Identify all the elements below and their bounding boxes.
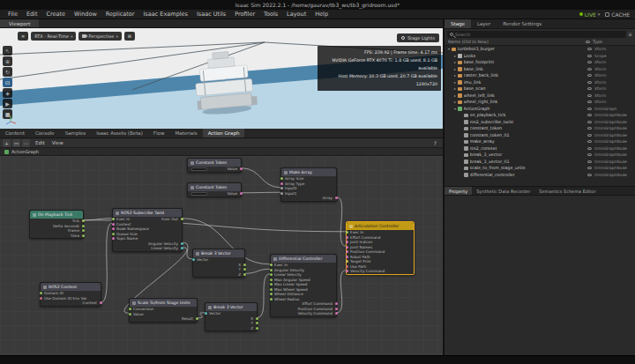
rotate-tool[interactable]: ↻ — [3, 67, 12, 77]
output-pin[interactable] — [100, 301, 102, 304]
stage-row-constant-token[interactable]: constant_tokenOmniGraphNode — [444, 125, 635, 132]
value-field[interactable] — [191, 167, 207, 171]
input-pin[interactable] — [346, 270, 348, 272]
stage-row-actiongraph[interactable]: ▾ActionGraphOmniGraph — [444, 106, 635, 113]
frame-selection-button[interactable]: ▭ — [12, 139, 20, 147]
graph-node-differential-controller[interactable]: Differential ControllerExec InAngular Ve… — [270, 254, 337, 317]
menu-item-help[interactable]: Help — [310, 10, 332, 19]
more-options-button[interactable]: ⋯ — [22, 139, 30, 147]
input-pin[interactable] — [40, 292, 42, 294]
stage-row-make-array[interactable]: make_arrayOmniGraphNode — [444, 138, 635, 145]
graph-node-break-3-vector[interactable]: Break 3 VectorVectorXYZ — [205, 302, 258, 331]
graph-node-make-array[interactable]: Make ArrayArray SizeArray TypeInput0Inpu… — [280, 167, 337, 202]
output-pin[interactable] — [196, 317, 198, 320]
select-tool[interactable]: ↖ — [3, 46, 12, 56]
stage-row-break-3-vector-01[interactable]: break_3_vector_01OmniGraphNode — [444, 159, 635, 166]
tab-render-settings[interactable]: Render Settings — [497, 19, 548, 28]
input-pin[interactable] — [270, 293, 273, 295]
visibility-toggle[interactable] — [584, 68, 594, 71]
input-pin[interactable] — [346, 241, 348, 243]
stage-row-wheel-right-link[interactable]: ▸wheel_right_linkXform — [444, 99, 635, 106]
tab-console[interactable]: Console — [30, 129, 60, 137]
input-pin[interactable] — [270, 264, 273, 266]
input-pin[interactable] — [129, 313, 131, 316]
input-pin[interactable] — [280, 192, 283, 195]
output-pin[interactable] — [82, 229, 85, 232]
output-pin[interactable] — [240, 192, 243, 195]
move-tool[interactable]: ⊕ — [3, 56, 12, 66]
graph-menu-edit[interactable]: Edit — [32, 138, 49, 148]
graph-node-scale-to-from-stage-units[interactable]: Scale To/From Stage UnitsConversionValue… — [129, 298, 198, 323]
stage-row-wheel-left-link[interactable]: ▸wheel_left_linkXform — [444, 93, 635, 100]
stage-row-looks[interactable]: ▸LooksScope — [444, 53, 635, 60]
input-pin[interactable] — [270, 273, 273, 276]
viewport-menu-button[interactable]: ≡ — [18, 32, 28, 41]
input-pin[interactable] — [129, 308, 131, 310]
tab-samples[interactable]: Samples — [60, 129, 92, 137]
graph-node-ros2-context[interactable]: ROS2 ContextDomain IDUse Domain ID Env V… — [40, 282, 101, 307]
name-column-header[interactable]: Name (Old to New) — [448, 40, 582, 44]
output-pin[interactable] — [181, 242, 183, 245]
graph-node-constant-token[interactable]: Constant TokenValue — [187, 158, 242, 173]
visibility-toggle[interactable] — [584, 55, 594, 57]
stage-row-constant-token-01[interactable]: constant_token_01OmniGraphNode — [444, 132, 635, 139]
output-pin[interactable] — [256, 317, 258, 320]
tab-semantics-schema-editor[interactable]: Semantics Schema Editor — [534, 187, 600, 195]
tab-layer[interactable]: Layer — [471, 19, 497, 28]
graph-node-break-3-vector[interactable]: Break 3 VectorVectorXYZ — [192, 249, 245, 278]
tab-property[interactable]: Property — [444, 187, 472, 195]
value-field[interactable] — [191, 192, 207, 196]
menu-item-isaac-examples[interactable]: Isaac Examples — [138, 10, 192, 19]
stage-row-base-footprint[interactable]: ▸base_footprintXform — [444, 59, 635, 66]
stage-row-ros2-context[interactable]: ros2_contextOmniGraphNode — [444, 145, 635, 152]
menu-item-tools[interactable]: Tools — [259, 10, 282, 19]
visibility-toggle[interactable] — [584, 174, 594, 176]
input-pin[interactable] — [112, 233, 115, 235]
stage-row-turtlebot3-burger[interactable]: ▾turtlebot3_burgerXform — [444, 46, 635, 53]
search-box[interactable] — [447, 31, 626, 38]
breadcrumb-label[interactable]: ActionGraph — [11, 149, 39, 154]
visibility-toggle[interactable] — [584, 81, 594, 84]
input-pin[interactable] — [112, 227, 115, 230]
add-node-button[interactable]: + — [3, 139, 11, 147]
graph-node-ros2-subscribe-twist[interactable]: ROS2 Subscribe TwistExec InExec OutConte… — [112, 208, 183, 252]
tab-isaac-assets-beta[interactable]: Isaac Assets (Beta) — [91, 129, 148, 137]
menu-item-create[interactable]: Create — [41, 10, 70, 19]
graph-node-articulation-controller[interactable]: Articulation ControllerExec InEffort Com… — [346, 221, 415, 275]
tab-action-graph[interactable]: Action Graph — [203, 129, 245, 137]
stage-row-on-playback-tick[interactable]: on_playback_tickOmniGraphNode — [444, 112, 635, 119]
visibility-toggle[interactable] — [584, 61, 594, 63]
viewport-3d-view[interactable]: ≡ RTX - Real-Time ▾ Perspective ▾ ⊞ ↖⊕↻⊡… — [0, 28, 443, 129]
menu-item-file[interactable]: File — [4, 10, 22, 19]
visibility-toggle[interactable] — [584, 153, 594, 156]
visibility-toggle[interactable] — [584, 74, 594, 77]
output-pin[interactable] — [82, 225, 85, 227]
renderer-dropdown[interactable]: RTX - Real-Time ▾ — [31, 32, 76, 41]
input-pin[interactable] — [112, 218, 115, 220]
visibility-toggle[interactable] — [584, 147, 594, 150]
output-pin[interactable] — [335, 302, 338, 305]
input-pin[interactable] — [346, 260, 348, 263]
output-pin[interactable] — [181, 247, 183, 249]
output-pin[interactable] — [335, 312, 338, 315]
stage-lights-button[interactable]: Stage Lights — [397, 33, 439, 42]
menu-item-profiler[interactable]: Profiler — [230, 10, 259, 19]
stage-row-differential-controller[interactable]: differential_controllerOmniGraphNode — [444, 172, 635, 179]
stage-row-caster-back-link[interactable]: ▸caster_back_linkXform — [444, 72, 635, 79]
graph-node-on-playback-tick[interactable]: On Playback TickTickDelta SecondsFrameTi… — [29, 210, 84, 239]
stage-row-base-scan[interactable]: ▸base_scanXform — [444, 85, 635, 93]
camera-dropdown[interactable]: Perspective ▾ — [78, 32, 121, 41]
input-pin[interactable] — [346, 250, 348, 253]
input-pin[interactable] — [40, 297, 42, 300]
viewport-settings-button[interactable]: ⊞ — [124, 32, 135, 41]
output-pin[interactable] — [243, 264, 246, 266]
visibility-toggle[interactable] — [584, 94, 594, 97]
snap-tool[interactable]: ◈ — [3, 88, 12, 98]
output-pin[interactable] — [243, 268, 246, 271]
stage-row-ros2-subscribe-twist[interactable]: ros2_subscribe_twistOmniGraphNode — [444, 119, 635, 126]
input-pin[interactable] — [270, 298, 273, 301]
play-button[interactable]: ▶ — [3, 99, 12, 108]
stage-row-base-link[interactable]: ▸base_linkXform — [444, 66, 635, 73]
output-pin[interactable] — [82, 219, 85, 222]
visibility-toggle[interactable] — [584, 108, 594, 110]
